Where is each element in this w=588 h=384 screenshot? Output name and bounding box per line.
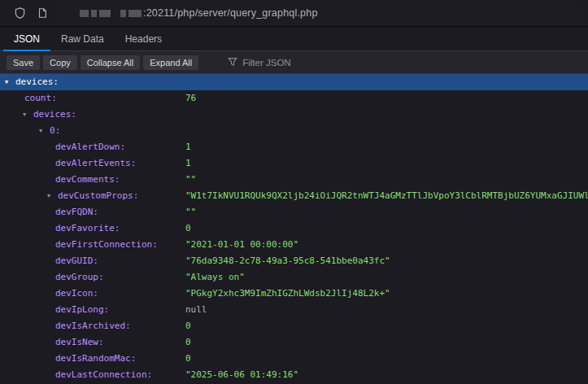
browser-toolbar: :20211/php/server/query_graphql.php (0, 0, 588, 27)
json-key: devIsRandomMac (55, 353, 136, 364)
json-row-devFavorite[interactable]: devFavorite 0 (0, 220, 588, 237)
json-row-devCustomProps[interactable]: ▼devCustomProps "W1t7IkNVU1RQUk9QX2ljb24… (0, 188, 588, 204)
json-key: devIpLong (55, 304, 109, 315)
json-key: devGroup (55, 272, 104, 282)
json-row-devComments[interactable]: devComments "" (0, 172, 588, 188)
json-key: devAlertEvents (55, 158, 136, 168)
tab-headers-label: Headers (125, 33, 162, 45)
json-tree: ▼devices count 76 ▼devices ▼0 devAlertDo… (0, 74, 588, 383)
redacted-host-blocks (80, 10, 142, 17)
json-value: 1 (185, 155, 191, 172)
json-value: 0 (185, 220, 191, 237)
json-key: devIsArchived (55, 321, 131, 331)
json-viewer-tabs: JSON Raw Data Headers (0, 27, 588, 51)
json-row-devAlertEvents[interactable]: devAlertEvents 1 (0, 155, 588, 172)
json-value: 0 (185, 351, 191, 367)
json-row-count[interactable]: count 76 (0, 90, 588, 107)
json-key: devCustomProps (58, 190, 138, 201)
json-value: "PGkgY2xhc3M9ImZhIGZhLWdsb2JlIj48L2k+" (185, 286, 390, 302)
json-key: devAlertDown (55, 142, 125, 152)
json-key: 0 (50, 125, 60, 136)
funnel-icon (228, 55, 237, 70)
collapse-arrow-icon[interactable]: ▼ (47, 188, 58, 204)
json-row-devices-list[interactable]: ▼devices (0, 107, 588, 123)
json-row-devices-root[interactable]: ▼devices (0, 74, 588, 90)
json-row-devGroup[interactable]: devGroup "Always on" (0, 269, 588, 286)
json-value: "76da9348-2c78-49a3-95c8-541bbe0a43fc" (185, 253, 390, 269)
url-text: :20211/php/server/query_graphql.php (143, 7, 318, 19)
json-value: 1 (185, 139, 191, 155)
save-button[interactable]: Save (7, 55, 40, 70)
tab-json-label: JSON (14, 33, 40, 45)
json-key: devFavorite (55, 223, 120, 233)
tab-raw-data-label: Raw Data (61, 33, 104, 45)
json-key: devices (33, 109, 76, 120)
json-value: "W1t7IkNVU1RQUk9QX2ljb24iOiJQR2tnWTJ4aGM… (185, 188, 588, 204)
json-toolbar: Save Copy Collapse All Expand All (0, 51, 588, 74)
json-value: "2025-06-06 01:49:16" (185, 367, 298, 383)
json-key: devIsNew (55, 337, 104, 347)
json-row-devFQDN[interactable]: devFQDN "" (0, 204, 588, 220)
json-value: 0 (185, 318, 191, 334)
json-row-devAlertDown[interactable]: devAlertDown 1 (0, 139, 588, 155)
json-row-devIsArchived[interactable]: devIsArchived 0 (0, 318, 588, 334)
json-key: devFirstConnection (55, 239, 158, 250)
json-row-devIpLong[interactable]: devIpLong null (0, 302, 588, 318)
json-row-devGUID[interactable]: devGUID "76da9348-2c78-49a3-95c8-541bbe0… (0, 253, 588, 269)
json-row-devIsNew[interactable]: devIsNew 0 (0, 334, 588, 351)
json-key: devIcon (55, 288, 98, 299)
json-value: "" (185, 204, 196, 220)
json-value: null (185, 302, 207, 318)
json-key: devComments (55, 174, 120, 185)
json-value: "Always on" (185, 269, 245, 286)
json-key: devGUID (55, 255, 98, 266)
tab-raw-data[interactable]: Raw Data (50, 27, 115, 50)
json-value: "" (185, 172, 196, 188)
filter-box (228, 55, 364, 70)
json-row-devIsRandomMac[interactable]: devIsRandomMac 0 (0, 351, 588, 367)
json-row-devIcon[interactable]: devIcon "PGkgY2xhc3M9ImZhIGZhLWdsb2JlIj4… (0, 286, 588, 302)
collapse-arrow-icon[interactable]: ▼ (5, 74, 15, 90)
json-value: "2021-01-01 00:00:00" (185, 237, 298, 253)
json-value: 76 (185, 90, 196, 107)
collapse-arrow-icon[interactable]: ▼ (23, 107, 33, 123)
json-key: count (24, 93, 57, 103)
json-key: devices (15, 76, 59, 87)
json-value: 0 (185, 334, 191, 351)
json-key: devFQDN (55, 207, 98, 217)
json-row-devFirstConnection[interactable]: devFirstConnection "2021-01-01 00:00:00" (0, 237, 588, 253)
json-row-0[interactable]: ▼0 (0, 123, 588, 139)
collapse-all-button[interactable]: Collapse All (81, 55, 140, 70)
collapse-arrow-icon[interactable]: ▼ (39, 123, 50, 139)
tab-json[interactable]: JSON (3, 27, 50, 50)
shield-icon[interactable] (8, 3, 31, 23)
page-icon[interactable] (31, 3, 54, 23)
address-bar[interactable]: :20211/php/server/query_graphql.php (54, 2, 580, 24)
tab-headers[interactable]: Headers (115, 27, 172, 50)
expand-all-button[interactable]: Expand All (143, 55, 198, 70)
copy-button[interactable]: Copy (43, 55, 77, 70)
json-row-devLastConnection[interactable]: devLastConnection "2025-06-06 01:49:16" (0, 367, 588, 383)
filter-json-input[interactable] (242, 58, 364, 68)
json-key: devLastConnection (55, 369, 152, 380)
